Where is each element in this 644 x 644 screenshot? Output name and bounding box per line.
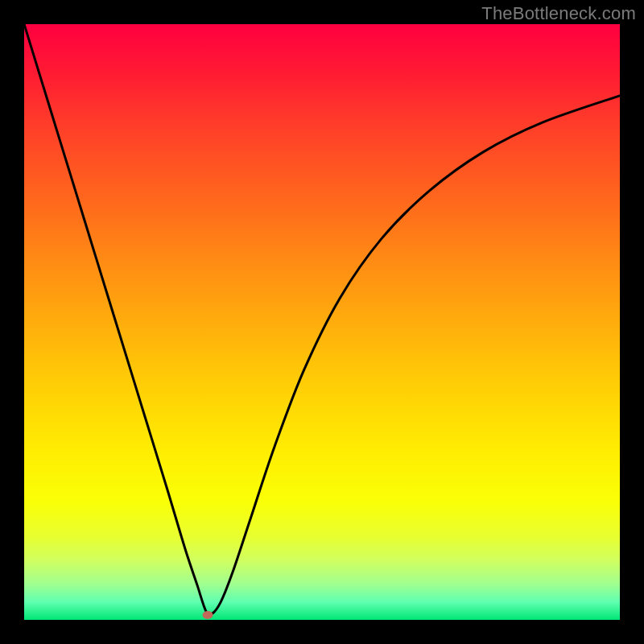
- curve-svg: [24, 24, 620, 620]
- chart-container: TheBottleneck.com: [0, 0, 644, 644]
- curve-line: [24, 24, 620, 615]
- curve-minimum-marker: [202, 611, 213, 619]
- watermark-text: TheBottleneck.com: [481, 3, 636, 24]
- plot-area: [24, 24, 620, 620]
